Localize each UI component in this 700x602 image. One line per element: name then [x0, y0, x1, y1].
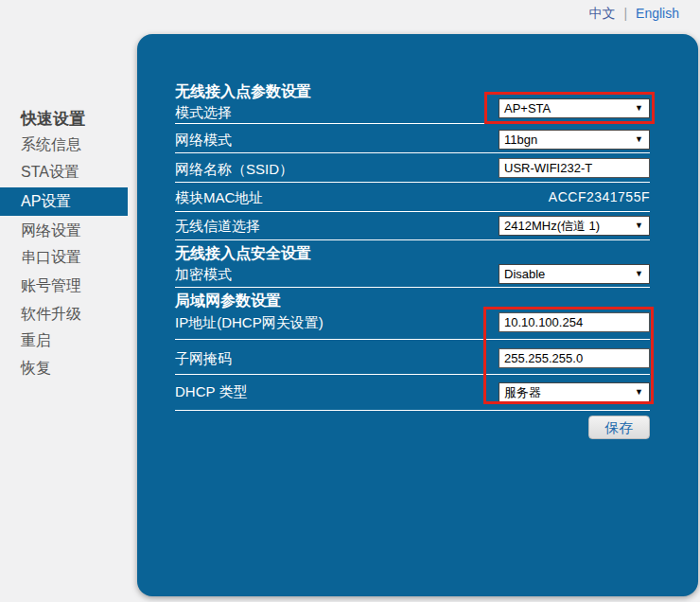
network-mode-select[interactable]: 11bgn ▼: [499, 130, 650, 150]
encryption-mode-label: 加密模式: [175, 267, 232, 281]
mac-address-value: ACCF2341755F: [549, 190, 650, 204]
ip-address-input[interactable]: [499, 312, 650, 332]
ssid-input[interactable]: [499, 158, 650, 178]
save-button[interactable]: 保存: [588, 416, 650, 439]
mac-address-label: 模块MAC地址: [175, 190, 263, 204]
dhcp-type-select-value: 服务器: [504, 385, 541, 399]
dropdown-arrow-icon: ▼: [635, 135, 643, 144]
row-divider: [175, 239, 650, 240]
network-mode-select-value: 11bgn: [504, 133, 537, 147]
language-link-chinese[interactable]: 中文: [588, 6, 615, 21]
sidebar-item-serial-settings[interactable]: 串口设置: [21, 250, 81, 265]
channel-select[interactable]: 2412MHz(信道 1) ▼: [499, 216, 650, 236]
channel-select-value: 2412MHz(信道 1): [504, 219, 600, 233]
sidebar-item-restore[interactable]: 恢复: [21, 361, 51, 376]
subnet-mask-input[interactable]: [499, 348, 650, 368]
row-divider: [175, 287, 650, 288]
encryption-mode-select-value: Disable: [504, 267, 545, 281]
language-separator: |: [623, 6, 627, 21]
sidebar-item-ap-settings-active[interactable]: AP设置: [0, 187, 128, 216]
row-divider: [175, 374, 650, 375]
language-bar: 中文|English: [588, 6, 679, 21]
row-divider: [175, 211, 650, 212]
subnet-mask-label: 子网掩码: [175, 351, 232, 365]
section-title-ap-security: 无线接入点安全设置: [175, 246, 311, 261]
dhcp-type-select[interactable]: 服务器 ▼: [499, 382, 650, 402]
row-divider: [175, 152, 650, 153]
encryption-mode-select[interactable]: Disable ▼: [499, 264, 650, 284]
ip-address-label: IP地址(DHCP网关设置): [175, 315, 324, 329]
sidebar-item-network-settings[interactable]: 网络设置: [21, 223, 81, 239]
dropdown-arrow-icon: ▼: [635, 221, 643, 230]
mode-select-label: 模式选择: [175, 105, 232, 119]
sidebar-item-system-info[interactable]: 系统信息: [21, 137, 81, 152]
row-divider: [175, 182, 650, 183]
dropdown-arrow-icon: ▼: [635, 104, 643, 113]
language-link-english[interactable]: English: [636, 6, 679, 21]
section-title-ap-params: 无线接入点参数设置: [175, 84, 311, 99]
dhcp-type-label: DHCP 类型: [175, 384, 247, 398]
sidebar-item-restart[interactable]: 重启: [21, 333, 51, 348]
mode-select[interactable]: AP+STA ▼: [499, 98, 650, 118]
channel-select-label: 无线信道选择: [175, 219, 260, 233]
sidebar-item-quick-setup[interactable]: 快速设置: [21, 111, 85, 127]
row-divider: [175, 410, 650, 411]
sidebar-item-firmware-upgrade[interactable]: 软件升级: [21, 307, 81, 322]
row-divider: [175, 339, 650, 340]
ssid-label: 网络名称（SSID）: [175, 162, 293, 176]
dropdown-arrow-icon: ▼: [635, 270, 643, 278]
row-divider: [175, 123, 650, 124]
mode-select-value: AP+STA: [504, 101, 551, 115]
section-title-lan-params: 局域网参数设置: [175, 293, 281, 309]
sidebar-item-account-management[interactable]: 账号管理: [21, 278, 81, 293]
network-mode-label: 网络模式: [175, 133, 232, 147]
sidebar-item-sta-settings[interactable]: STA设置: [21, 165, 79, 180]
main-panel: 无线接入点参数设置 模式选择 AP+STA ▼ 网络模式 11bgn ▼ 网络名…: [137, 34, 698, 596]
dropdown-arrow-icon: ▼: [635, 388, 643, 397]
